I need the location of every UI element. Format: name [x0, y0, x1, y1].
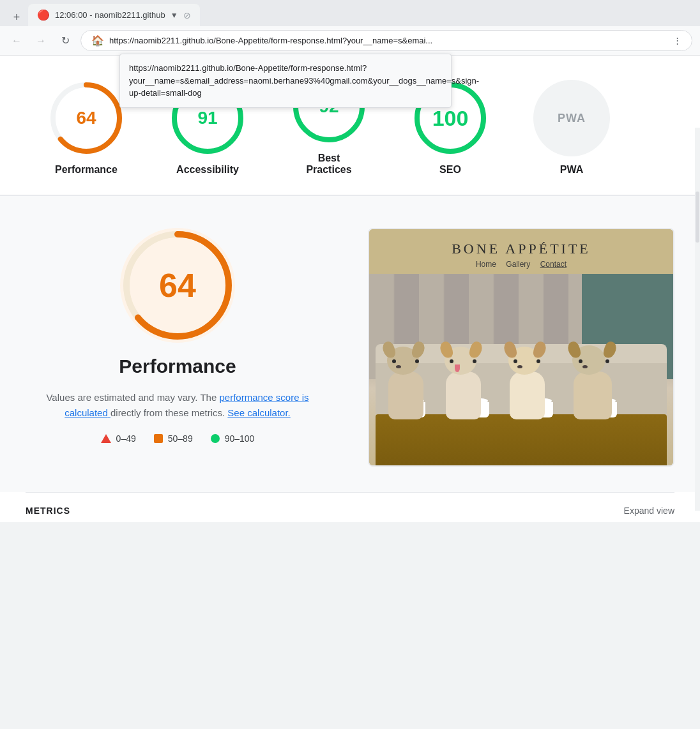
- seo-score: 100: [432, 106, 469, 131]
- main-content: 64 Performance Values are estimated and …: [0, 196, 700, 492]
- big-performance-circle: 64: [120, 228, 235, 343]
- pwa-score: PWA: [558, 112, 586, 125]
- accessibility-score: 91: [197, 108, 217, 128]
- url-tooltip: https://naomib2211.github.io/Bone-Appeti…: [119, 54, 452, 108]
- legend-label-green: 90–100: [225, 433, 255, 444]
- preview-header: BONE APPÉTITE Home Gallery Contact: [369, 229, 673, 274]
- dog-3: [503, 356, 548, 419]
- calculator-link-text: See calculator.: [227, 407, 290, 418]
- legend-label-orange: 50–89: [168, 433, 193, 444]
- red-triangle-icon: [101, 434, 111, 443]
- score-item-pwa[interactable]: PWA PWA: [511, 80, 632, 176]
- forward-button[interactable]: →: [32, 32, 50, 50]
- metrics-bar: METRICS Expand view: [0, 492, 700, 522]
- new-tab-button[interactable]: +: [8, 8, 26, 26]
- performance-section: 64 Performance Values are estimated and …: [26, 228, 674, 467]
- pwa-circle: PWA: [533, 80, 610, 156]
- preview-nav: Home Gallery Contact: [369, 260, 673, 269]
- legend-item-red: 0–49: [101, 433, 136, 444]
- address-bar[interactable]: 🏠 https://naomib2211.github.io/Bone-Appe…: [80, 30, 692, 51]
- best-practices-label: BestPractices: [306, 153, 351, 176]
- metrics-header: METRICS Expand view: [26, 492, 674, 522]
- pwa-label: PWA: [560, 164, 583, 176]
- green-circle-icon: [211, 434, 220, 443]
- active-tab[interactable]: 🔴 12:06:00 - naomib2211.github ▼ ⊘: [28, 4, 200, 26]
- scrollbar-thumb[interactable]: [696, 192, 699, 243]
- seo-label: SEO: [439, 164, 461, 176]
- url-text: https://naomib2211.github.io/Bone-Appeti…: [109, 36, 668, 45]
- tab-title: 12:06:00 - naomib2211.github: [55, 10, 165, 20]
- preview-site-title: BONE APPÉTITE: [369, 241, 673, 257]
- legend-item-orange: 50–89: [154, 433, 193, 444]
- big-performance-score: 64: [159, 266, 196, 304]
- address-bar-row: ← → ↻ 🏠 https://naomib2211.github.io/Bon…: [0, 26, 700, 56]
- desc-end: directly from these metrics.: [110, 407, 225, 418]
- lighthouse-icon: 🔴: [37, 9, 50, 21]
- performance-score: 64: [76, 108, 96, 128]
- performance-description: Values are estimated and may vary. The p…: [37, 390, 318, 421]
- perf-left: 64 Performance Values are estimated and …: [26, 228, 330, 444]
- dog-1: [382, 356, 427, 419]
- legend-label-red: 0–49: [116, 433, 136, 444]
- legend-row: 0–49 50–89 90–100: [101, 433, 255, 444]
- preview-inner: BONE APPÉTITE Home Gallery Contact: [369, 229, 673, 465]
- performance-label: Performance: [55, 164, 118, 176]
- more-options-icon[interactable]: ⋮: [673, 36, 681, 45]
- preview-container: BONE APPÉTITE Home Gallery Contact: [368, 228, 674, 467]
- nav-contact: Contact: [540, 260, 567, 269]
- orange-square-icon: [154, 434, 163, 443]
- metrics-title: METRICS: [26, 506, 70, 516]
- nav-home: Home: [476, 260, 496, 269]
- expand-view-button[interactable]: Expand view: [624, 506, 674, 516]
- performance-circle: 64: [48, 80, 125, 156]
- dog-2: [439, 356, 484, 419]
- tooltip-url: https://naomib2211.github.io/Bone-Appeti…: [129, 63, 479, 98]
- nav-gallery: Gallery: [506, 260, 530, 269]
- scrollbar-track[interactable]: [695, 128, 700, 511]
- legend-item-green: 90–100: [211, 433, 255, 444]
- performance-title: Performance: [119, 356, 236, 377]
- dogs-preview-image: [369, 274, 673, 465]
- no-entry-icon: ⊘: [183, 10, 191, 20]
- table: [376, 414, 667, 465]
- lighthouse-favicon: 🏠: [91, 34, 104, 47]
- dog-4: [567, 356, 618, 419]
- tab-bar: + 🔴 12:06:00 - naomib2211.github ▼ ⊘: [0, 0, 700, 26]
- back-button[interactable]: ←: [8, 32, 26, 50]
- reload-button[interactable]: ↻: [56, 32, 74, 50]
- accessibility-label: Accessibility: [176, 164, 239, 176]
- desc-text: Values are estimated and may vary. The: [46, 392, 217, 403]
- tab-dropdown-icon[interactable]: ▼: [171, 11, 178, 20]
- calculator-link[interactable]: See calculator.: [227, 407, 290, 418]
